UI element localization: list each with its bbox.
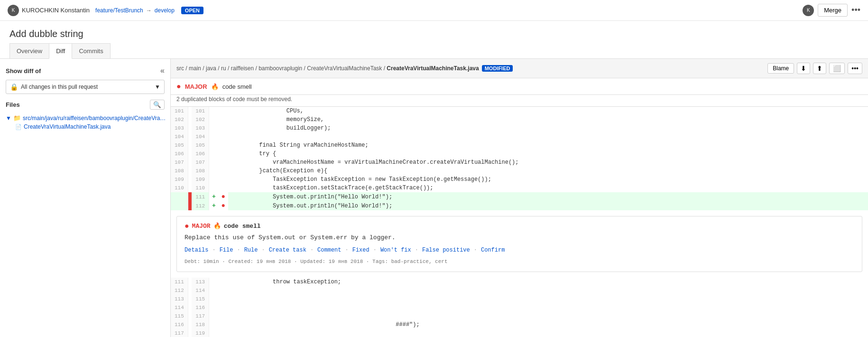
add-marker xyxy=(209,184,219,192)
inline-issue-popup: ● MAJOR 🔥 code smell Replace this use of… xyxy=(176,216,862,272)
folder-item[interactable]: ▼ 📁 src/main/java/ru/raiffeisen/bamboovr… xyxy=(6,113,165,122)
issue-indicator xyxy=(219,167,228,175)
add-marker xyxy=(209,303,219,312)
add-marker xyxy=(209,115,219,124)
line-num-right: 109 xyxy=(192,175,209,184)
line-num-right: 101 xyxy=(192,107,209,115)
files-header: Files 🔍 xyxy=(6,100,165,110)
action-comment[interactable]: Comment xyxy=(317,246,341,254)
smell-icon: 🔥 xyxy=(211,83,219,90)
line-num-right: 110 xyxy=(192,184,209,192)
diff-selector-dropdown[interactable]: 🔒 All changes in this pull request ▼ xyxy=(6,80,165,94)
file-icon: 📄 xyxy=(15,124,22,130)
collapse-button[interactable]: « xyxy=(160,66,165,75)
tab-diff[interactable]: Diff xyxy=(49,43,72,59)
line-code xyxy=(228,329,868,337)
diff-panel: src / main / java / ru / raiffeisen / ba… xyxy=(171,59,868,337)
line-num-left: 107 xyxy=(171,158,188,167)
issue-indicator xyxy=(219,184,228,192)
table-row: 117119 xyxy=(171,329,868,337)
line-marker-col xyxy=(188,132,192,141)
action-fixed[interactable]: Fixed xyxy=(352,246,369,254)
table-row: 106106 try { xyxy=(171,150,868,158)
line-code xyxy=(228,132,868,141)
line-code: throw taskException; xyxy=(228,278,868,286)
show-diff-title: Show diff of xyxy=(6,67,41,75)
status-badge: OPEN xyxy=(181,7,203,14)
inline-type: code smell xyxy=(224,222,261,231)
table-row: 112114 xyxy=(171,286,868,295)
add-marker xyxy=(209,312,219,320)
action-create-task[interactable]: Create task xyxy=(269,246,306,254)
issue-indicator xyxy=(219,141,228,150)
line-num-left: 110 xyxy=(171,184,188,192)
line-code: memorySize, xyxy=(228,115,868,124)
line-num-left: 103 xyxy=(171,124,188,132)
line-marker-col xyxy=(188,167,192,175)
more-button[interactable]: ••• xyxy=(851,5,860,15)
separator: · xyxy=(310,246,314,254)
expand-icon-button[interactable]: ⬆ xyxy=(813,63,826,74)
action-confirm[interactable]: Confirm xyxy=(481,246,505,254)
line-num-right: 107 xyxy=(192,158,209,167)
line-marker-col xyxy=(188,278,192,286)
issue-indicator xyxy=(219,132,228,141)
issue-indicator xyxy=(219,115,228,124)
sidebar: Show diff of « 🔒 All changes in this pul… xyxy=(0,59,171,337)
action-false-positive[interactable]: False positive xyxy=(422,246,470,254)
add-marker xyxy=(209,141,219,150)
add-marker xyxy=(209,278,219,286)
issue-circle-icon[interactable]: ● xyxy=(221,202,225,209)
line-num-left: 101 xyxy=(171,107,188,115)
tab-overview[interactable]: Overview xyxy=(9,43,49,58)
issue-indicator: ● xyxy=(219,192,228,201)
line-code xyxy=(228,312,868,320)
line-code: vraMachineHostName = vraVirtualMachineCr… xyxy=(228,158,868,167)
file-item[interactable]: 📄 CreateVraVirtualMachineTask.java xyxy=(6,122,165,131)
folder-icon: 📁 xyxy=(13,114,21,122)
blame-button[interactable]: Blame xyxy=(767,63,794,74)
merge-button[interactable]: Merge xyxy=(818,4,848,17)
files-title: Files xyxy=(6,101,20,108)
folder-path: src/main/java/ru/raiffeisen/bamboovraplu… xyxy=(23,115,166,122)
line-marker-col xyxy=(188,312,192,320)
more-options-button[interactable]: ••• xyxy=(848,63,862,74)
branch-to: develop xyxy=(155,7,175,14)
add-marker: + xyxy=(209,201,219,210)
line-num-right: 111 xyxy=(192,192,209,201)
line-marker-col xyxy=(188,124,192,132)
issue-indicator xyxy=(219,286,228,295)
issue-circle-icon[interactable]: ● xyxy=(221,193,225,200)
inline-issue-cell: ● MAJOR 🔥 code smell Replace this use of… xyxy=(171,210,868,278)
action-details[interactable]: Details xyxy=(185,246,208,254)
action-won't-fix[interactable]: Won't fix xyxy=(380,246,411,254)
action-rule[interactable]: Rule xyxy=(244,246,258,254)
add-marker xyxy=(209,167,219,175)
search-button[interactable]: 🔍 xyxy=(150,100,165,110)
line-marker-col xyxy=(188,115,192,124)
tab-commits[interactable]: Commits xyxy=(72,43,110,58)
add-marker xyxy=(209,295,219,303)
arrow-icon: → xyxy=(146,7,152,14)
major-label: MAJOR xyxy=(185,83,207,90)
download-icon-button[interactable]: ⬇ xyxy=(797,63,810,74)
line-code: }catch(Exception e){ xyxy=(228,167,868,175)
modified-badge: MODIFIED xyxy=(482,65,513,72)
action-file[interactable]: File xyxy=(220,246,233,254)
line-num-left: 114 xyxy=(171,303,188,312)
table-row: 112+● System.out.println("Hello World!")… xyxy=(171,201,868,210)
line-num-left: 109 xyxy=(171,175,188,184)
inline-issue-row: ● MAJOR 🔥 code smell Replace this use of… xyxy=(171,210,868,278)
inline-issue-desc: Replace this use of System.out or System… xyxy=(185,234,854,242)
table-row: 113115 xyxy=(171,295,868,303)
line-code: System.out.println("Hello World!"); xyxy=(228,192,868,201)
line-code xyxy=(228,286,868,295)
view-toggle-button[interactable]: ⬜ xyxy=(829,63,845,74)
file-name-text: CreateVraVirtualMachineTask.java xyxy=(387,65,479,72)
line-num-left: 116 xyxy=(171,320,188,329)
separator: · xyxy=(373,246,377,254)
line-num-right: 119 xyxy=(192,329,209,337)
line-marker-col xyxy=(188,192,192,201)
line-code xyxy=(228,303,868,312)
diff-selector[interactable]: 🔒 All changes in this pull request ▼ xyxy=(6,80,165,94)
